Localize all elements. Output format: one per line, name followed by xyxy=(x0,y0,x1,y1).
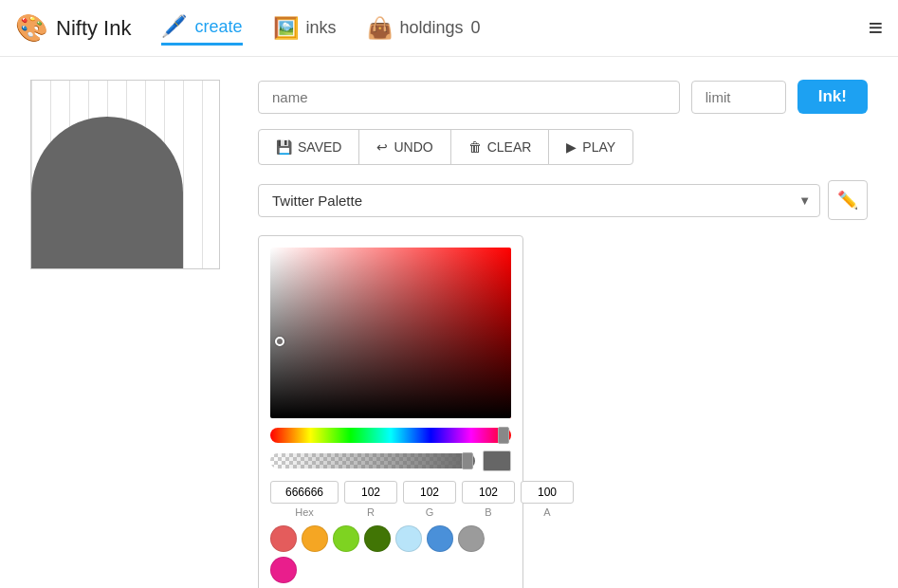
right-panel: Ink! 💾 SAVED ↩ UNDO 🗑 CLEAR ▶ PLAY xyxy=(258,80,868,588)
name-input[interactable] xyxy=(258,81,680,114)
limit-input[interactable] xyxy=(691,81,786,114)
navbar: 🎨 Nifty Ink 🖊️ create 🖼️ inks 👜 holdings… xyxy=(0,0,898,57)
values-row: Hex R G B A xyxy=(270,481,511,518)
logo-label: Nifty Ink xyxy=(56,16,131,41)
nav-item-create[interactable]: 🖊️ create xyxy=(161,10,242,46)
hue-row xyxy=(270,428,511,443)
clear-label: CLEAR xyxy=(487,139,532,155)
color-swatch[interactable] xyxy=(458,525,485,552)
color-gradient-box[interactable] xyxy=(270,248,511,418)
play-button[interactable]: ▶ PLAY xyxy=(548,129,633,165)
palette-select[interactable]: Twitter Palette Basic Pastel xyxy=(258,184,820,217)
saved-button[interactable]: 💾 SAVED xyxy=(258,129,359,165)
clear-icon: 🗑 xyxy=(468,139,482,155)
picker-cursor xyxy=(275,337,284,346)
g-input[interactable] xyxy=(403,481,456,504)
hex-label: Hex xyxy=(295,506,314,518)
logo-emoji-icon: 🎨 xyxy=(15,12,48,44)
holdings-icon: 👜 xyxy=(367,16,393,41)
toolbar: 💾 SAVED ↩ UNDO 🗑 CLEAR ▶ PLAY xyxy=(258,129,868,165)
alpha-slider[interactable] xyxy=(270,453,475,469)
pencil-button[interactable]: ✏️ xyxy=(828,180,868,220)
nav-create-label: create xyxy=(194,17,242,37)
alpha-swatch xyxy=(483,450,511,471)
undo-button[interactable]: ↩ UNDO xyxy=(358,129,450,165)
a-group: A xyxy=(521,481,574,518)
color-picker-panel: Hex R G B A xyxy=(258,235,523,588)
palette-select-wrapper: Twitter Palette Basic Pastel ▼ xyxy=(258,184,820,217)
ink-button[interactable]: Ink! xyxy=(797,80,868,114)
color-swatch[interactable] xyxy=(395,525,422,552)
main-content: Ink! 💾 SAVED ↩ UNDO 🗑 CLEAR ▶ PLAY xyxy=(0,57,898,588)
r-group: R xyxy=(344,481,397,518)
b-label: B xyxy=(485,506,491,518)
create-icon: 🖊️ xyxy=(161,14,187,39)
play-label: PLAY xyxy=(582,139,615,155)
nav-holdings-label: holdings xyxy=(400,18,464,38)
nav-item-holdings[interactable]: 👜 holdings 0 xyxy=(367,12,481,45)
b-input[interactable] xyxy=(462,481,515,504)
drawing-canvas[interactable] xyxy=(30,80,220,269)
undo-icon: ↩ xyxy=(376,139,388,155)
canvas-shape xyxy=(31,117,183,268)
g-label: G xyxy=(426,506,434,518)
color-swatch[interactable] xyxy=(333,525,359,552)
r-input[interactable] xyxy=(344,481,397,504)
saved-label: SAVED xyxy=(298,139,341,155)
hue-slider[interactable] xyxy=(270,428,511,443)
b-group: B xyxy=(462,481,515,518)
nav-item-inks[interactable]: 🖼️ inks xyxy=(273,12,337,45)
play-icon: ▶ xyxy=(566,139,577,155)
color-swatch[interactable] xyxy=(302,525,328,552)
pencil-icon: ✏️ xyxy=(837,190,858,211)
swatches-row xyxy=(270,525,511,583)
undo-label: UNDO xyxy=(394,139,432,155)
r-label: R xyxy=(367,506,375,518)
hex-group: Hex xyxy=(270,481,339,518)
palette-row: Twitter Palette Basic Pastel ▼ ✏️ xyxy=(258,180,868,220)
g-group: G xyxy=(403,481,456,518)
clear-button[interactable]: 🗑 CLEAR xyxy=(450,129,550,165)
hex-input[interactable] xyxy=(270,481,339,504)
top-row: Ink! xyxy=(258,80,868,114)
alpha-row xyxy=(270,450,511,471)
saved-icon: 💾 xyxy=(276,139,292,155)
color-swatch[interactable] xyxy=(364,525,391,552)
a-input[interactable] xyxy=(521,481,574,504)
inks-icon: 🖼️ xyxy=(273,16,299,41)
hamburger-menu-icon[interactable]: ≡ xyxy=(869,13,883,43)
nav-inks-label: inks xyxy=(306,18,337,38)
color-swatch[interactable] xyxy=(270,557,297,583)
alpha-thumb xyxy=(462,452,473,469)
color-swatch[interactable] xyxy=(427,525,453,552)
color-swatch[interactable] xyxy=(270,525,297,552)
a-label: A xyxy=(543,506,550,518)
holdings-count-badge: 0 xyxy=(471,18,481,38)
nav-logo[interactable]: 🎨 Nifty Ink xyxy=(15,12,131,44)
hue-thumb xyxy=(498,427,509,444)
